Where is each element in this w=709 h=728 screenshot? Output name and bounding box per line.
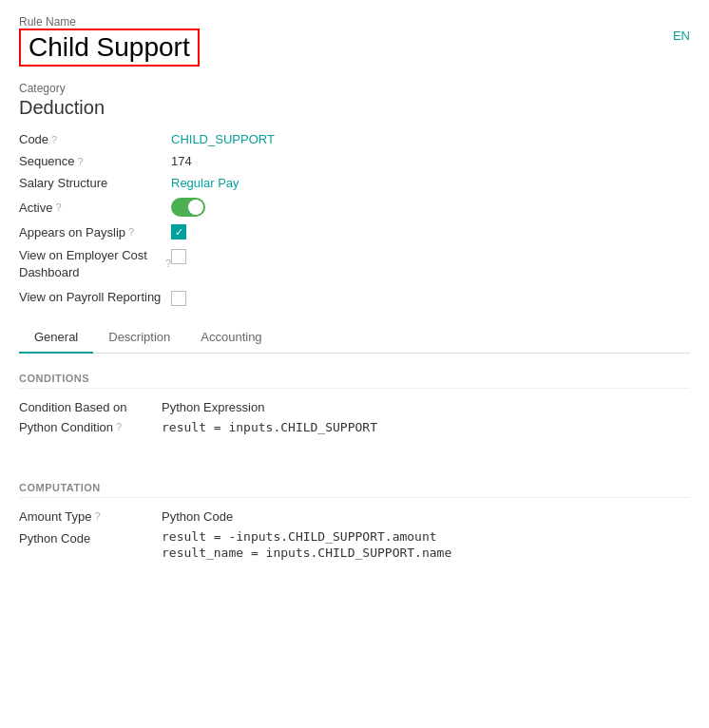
python-code-line2: result_name = inputs.CHILD_SUPPORT.name [162,546,451,560]
amount-type-value[interactable]: Python Code [162,509,233,524]
view-payroll-label: View on Payroll Reporting [19,289,171,306]
python-code-label: Python Code [19,529,162,546]
category-value: Deduction [19,97,690,119]
rule-name-label: Rule Name [19,15,690,29]
condition-based-label: Condition Based on [19,400,162,414]
active-toggle[interactable] [171,198,205,217]
employer-cost-label: View on Employer Cost Dashboard ? [19,247,171,281]
salary-structure-value: Regular Pay [171,176,240,190]
amount-type-help-icon: ? [94,510,100,522]
computation-section-title: COMPUTATION [19,482,690,498]
python-condition-value: result = inputs.CHILD_SUPPORT [162,420,377,434]
code-value: CHILD_SUPPORT [171,132,275,146]
category-label: Category [19,82,690,95]
en-badge[interactable]: EN [673,29,690,43]
tab-bar: General Description Accounting [19,322,690,354]
view-payroll-checkbox[interactable] [171,291,186,306]
sequence-help-icon: ? [78,156,84,167]
code-label: Code ? [19,132,171,146]
active-help-icon: ? [55,201,61,213]
appears-help-icon: ? [128,226,134,238]
conditions-section-title: CONDITIONS [19,373,690,389]
active-label: Active ? [19,201,171,215]
employer-cost-checkbox[interactable] [171,249,186,264]
tab-accounting[interactable]: Accounting [185,322,277,354]
sequence-value: 174 [171,154,192,168]
salary-structure-label: Salary Structure [19,176,171,190]
appears-on-payslip-label: Appears on Payslip ? [19,225,171,239]
tab-general[interactable]: General [19,322,93,354]
rule-name-value: Child Support [19,29,200,67]
code-help-icon: ? [51,134,57,145]
python-condition-label: Python Condition ? [19,420,162,434]
python-code-block: result = -inputs.CHILD_SUPPORT.amount re… [162,529,451,560]
sequence-label: Sequence ? [19,154,171,168]
python-code-line1: result = -inputs.CHILD_SUPPORT.amount [162,529,451,544]
python-condition-help-icon: ? [116,421,122,432]
amount-type-label: Amount Type ? [19,509,162,524]
appears-on-payslip-checkbox[interactable]: ✓ [171,224,186,239]
condition-based-value[interactable]: Python Expression [162,400,264,414]
tab-description[interactable]: Description [93,322,185,354]
